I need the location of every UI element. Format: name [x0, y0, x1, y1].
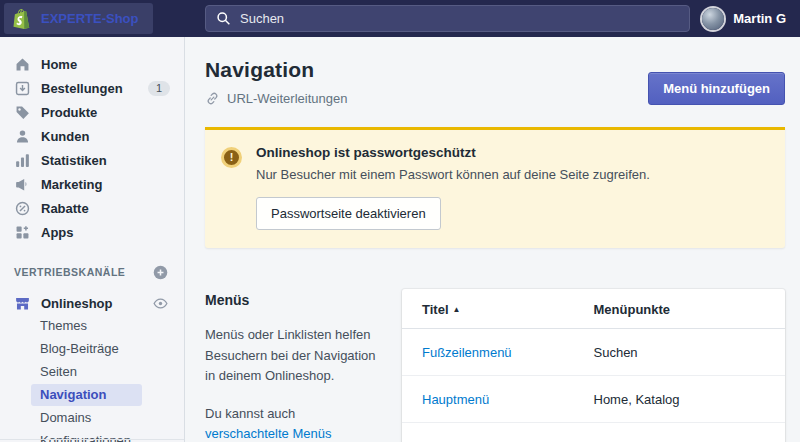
orders-icon [14, 79, 32, 97]
table-header-row: Titel▲ Menüpunkte [402, 289, 785, 329]
banner-title: Onlineshop ist passwortgeschützt [256, 145, 650, 160]
menu-items-cell: Home, Katalog [594, 392, 766, 407]
sidebar-item-kunden[interactable]: Kunden [0, 124, 184, 148]
tag-icon [14, 103, 32, 121]
sidebar-subitem-navigation[interactable]: Navigation [31, 384, 142, 406]
table-row: Hauptmenü Home, Katalog [402, 376, 785, 423]
sidebar-subitem-themes[interactable]: Themes [0, 315, 184, 337]
menu-link-hauptmenue-1[interactable]: Hauptmenü [422, 392, 489, 407]
table-row: Hauptmenü Damen [402, 423, 785, 442]
shopify-logo-icon [13, 8, 32, 29]
url-redirects-label: URL-Weiterleitungen [227, 91, 347, 106]
add-channel-icon[interactable] [152, 263, 170, 281]
sidebar-item-home[interactable]: Home [0, 52, 184, 76]
menus-table-card: Titel▲ Menüpunkte Fußzeilenmenü Suchen H… [402, 289, 785, 442]
warning-icon: ! [221, 147, 242, 168]
sidebar-item-label: Rabatte [41, 201, 89, 216]
banner-text: Nur Besucher mit einem Passwort können a… [256, 167, 650, 182]
sidebar-item-produkte[interactable]: Produkte [0, 100, 184, 124]
sidebar-item-bestellungen[interactable]: Bestellungen 1 [0, 76, 184, 100]
search-input[interactable] [240, 11, 679, 26]
menu-items-cell: Suchen [594, 345, 766, 360]
topbar: EXPERTE-Shop Martin G [0, 0, 800, 37]
menu-link-fusszeilenmenue[interactable]: Fußzeilenmenü [422, 345, 512, 360]
sidebar-item-label: Onlineshop [41, 296, 113, 311]
storefront-icon [14, 294, 32, 312]
home-icon [14, 55, 32, 73]
nested-menus-link[interactable]: verschachtelte Menüs erstellen [205, 426, 331, 442]
customer-icon [14, 127, 32, 145]
megaphone-icon [14, 175, 32, 193]
page-header: Navigation URL-Weiterleitungen Menü hinz… [205, 58, 785, 106]
link-icon [205, 91, 220, 106]
sidebar: Home Bestellungen 1 Produkte Kunden Stat… [0, 37, 185, 442]
sidebar-item-label: Statistiken [41, 153, 107, 168]
sales-channels-header: VERTRIEBSKANÄLE [0, 262, 184, 282]
apps-icon [14, 223, 32, 241]
user-avatar [702, 8, 724, 30]
search-bar[interactable] [205, 5, 690, 32]
shop-name: EXPERTE-Shop [41, 11, 139, 26]
menus-annotation: Menüs Menüs oder Linklisten helfen Besuc… [205, 289, 377, 442]
menus-section: Menüs Menüs oder Linklisten helfen Besuc… [205, 289, 785, 442]
sidebar-item-marketing[interactable]: Marketing [0, 172, 184, 196]
sidebar-item-label: Kunden [41, 129, 89, 144]
sidebar-item-onlineshop[interactable]: Onlineshop [0, 291, 184, 315]
sidebar-subitem-domains[interactable]: Domains [0, 407, 184, 429]
user-menu[interactable]: Martin G [702, 0, 786, 37]
sidebar-item-rabatte[interactable]: Rabatte [0, 196, 184, 220]
sidebar-item-label: Apps [41, 225, 74, 240]
sidebar-subitem-blog-beitraege[interactable]: Blog-Beiträge [0, 338, 184, 360]
sidebar-subitem-seiten[interactable]: Seiten [0, 361, 184, 383]
main-content: Navigation URL-Weiterleitungen Menü hinz… [186, 37, 800, 442]
add-menu-button[interactable]: Menü hinzufügen [648, 72, 785, 105]
sidebar-item-label: Bestellungen [41, 81, 123, 96]
column-header-titel-label: Titel [422, 302, 449, 317]
sort-ascending-icon: ▲ [453, 305, 461, 314]
analytics-icon [14, 151, 32, 169]
user-name: Martin G [733, 11, 786, 26]
password-warning-banner: ! Onlineshop ist passwortgeschützt Nur B… [205, 127, 785, 248]
search-icon [216, 11, 231, 26]
sidebar-item-label: Marketing [41, 177, 102, 192]
sidebar-item-apps[interactable]: Apps [0, 220, 184, 244]
shop-logo-button[interactable]: EXPERTE-Shop [4, 3, 153, 34]
url-redirects-link[interactable]: URL-Weiterleitungen [205, 91, 347, 106]
column-header-titel[interactable]: Titel▲ [422, 302, 594, 317]
discount-icon [14, 199, 32, 217]
sidebar-item-statistiken[interactable]: Statistiken [0, 148, 184, 172]
sales-channels-label: VERTRIEBSKANÄLE [14, 266, 125, 278]
sidebar-item-label: Home [41, 57, 77, 72]
column-header-menuepunkte[interactable]: Menüpunkte [594, 302, 766, 317]
menus-description-2: Du kannst auch verschachtelte Menüs erst… [205, 404, 377, 442]
table-row: Fußzeilenmenü Suchen [402, 329, 785, 376]
page-title: Navigation [205, 58, 347, 82]
menus-description-1: Menüs oder Linklisten helfen Besuchern b… [205, 325, 377, 387]
orders-count-badge: 1 [148, 81, 170, 96]
view-store-eye-icon[interactable] [152, 294, 170, 312]
sidebar-item-label: Produkte [41, 105, 97, 120]
disable-password-button[interactable]: Passwortseite deaktivieren [256, 197, 441, 230]
menus-heading: Menüs [205, 292, 377, 308]
menus-description-2-before: Du kannst auch [205, 406, 295, 421]
